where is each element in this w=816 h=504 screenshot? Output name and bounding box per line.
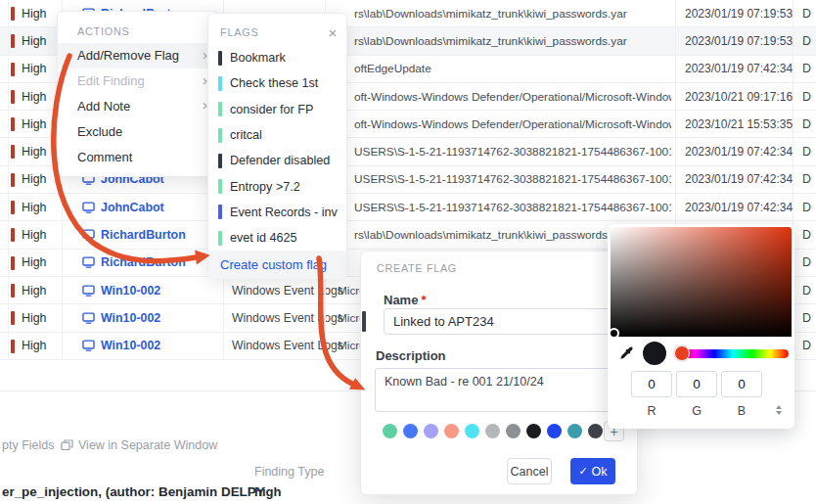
rule-detail-text: er_pe_injection, (author: Benjamin DELPY: [2, 484, 265, 499]
truncated-cell: D: [802, 166, 811, 193]
timestamp-cell: 2023/01/19 07:42:34: [685, 166, 791, 193]
description-label: Description: [376, 348, 446, 363]
actions-context-menu: ACTIONS Add/Remove Flag›Edit Finding›Add…: [57, 11, 220, 177]
flag-item-defender-disabled[interactable]: Defender disabled: [208, 148, 346, 173]
flag-color-bar: [218, 179, 222, 194]
flags-submenu: FLAGS × BookmarkCheck these 1stconsider …: [207, 13, 347, 277]
timestamp-cell: 2023/01/19 07:42:34: [685, 194, 791, 220]
severity-bar: [11, 34, 15, 48]
path-cell: USERS\S-1-5-21-1193714762-3038821821-175…: [354, 166, 671, 193]
color-swatch[interactable]: [465, 424, 479, 438]
column-divider: [8, 0, 9, 360]
truncated-cell: D: [802, 111, 811, 137]
current-color-preview: [643, 342, 666, 365]
blue-label: B: [721, 404, 762, 418]
host-link[interactable]: JohnCabot: [82, 194, 164, 220]
hue-slider[interactable]: [677, 349, 789, 358]
app-canvas: HighRichardBurtonrs\lab\Downloads\mimika…: [0, 0, 816, 504]
flag-name-input[interactable]: [384, 308, 626, 335]
flag-color-bar: [218, 51, 222, 66]
path-cell: USERS\S-1-5-21-1193714762-3038821821-175…: [354, 138, 671, 164]
severity-label: High: [22, 304, 46, 331]
saturation-cursor[interactable]: [609, 328, 619, 339]
view-in-separate-window-button[interactable]: View in Separate Window: [61, 438, 217, 452]
severity-label: High: [22, 56, 46, 82]
saturation-gradient-area[interactable]: [611, 227, 792, 337]
severity-bar: [11, 90, 15, 104]
color-swatch[interactable]: [403, 424, 418, 438]
red-label: R: [631, 404, 672, 418]
truncated-cell: D: [802, 83, 811, 110]
close-icon[interactable]: ×: [328, 25, 338, 40]
menu-item-comment[interactable]: Comment: [58, 144, 219, 169]
flag-item-consider-for-fp[interactable]: consider for FP: [208, 97, 346, 122]
truncated-cell: D: [802, 250, 811, 276]
severity-bar: [11, 63, 15, 76]
green-value-input[interactable]: [676, 371, 717, 397]
host-link[interactable]: RichardBurton: [82, 250, 186, 276]
green-label: G: [676, 404, 717, 418]
timestamp-cell: 2023/01/19 07:19:53: [685, 0, 791, 26]
severity-bar: [11, 228, 15, 242]
color-swatch[interactable]: [485, 424, 500, 438]
eyedropper-icon[interactable]: [619, 346, 634, 361]
truncated-cell: D: [802, 221, 811, 248]
path-cell: oft-Windows-Windows Defender/Operational…: [354, 83, 671, 110]
red-value-input[interactable]: [631, 371, 672, 397]
truncated-cell: D: [802, 194, 811, 220]
table-row[interactable]: HighJohnCabotUSERS\S-1-5-21-1193714762-3…: [0, 194, 816, 221]
flag-item-evet-id-4625[interactable]: evet id 4625: [208, 225, 346, 251]
severity-bar: [11, 7, 15, 21]
host-link[interactable]: Win10-002: [82, 277, 160, 303]
color-picker-popover: R G B: [608, 224, 794, 429]
view-separate-label: View in Separate Window: [78, 438, 217, 452]
severity-bar: [11, 201, 15, 214]
color-swatch[interactable]: [567, 424, 582, 438]
menu-item-add-remove-flag[interactable]: Add/Remove Flag›: [58, 43, 219, 69]
truncated-cell: D: [802, 56, 811, 82]
flag-color-bar: [218, 231, 222, 246]
severity-label: High: [22, 27, 46, 54]
menu-item-add-note[interactable]: Add Note›: [58, 94, 219, 119]
color-swatch[interactable]: [424, 424, 438, 438]
color-swatch[interactable]: [588, 424, 603, 438]
flag-description-input[interactable]: [375, 368, 625, 412]
flag-item-check-these-1st[interactable]: Check these 1st: [208, 70, 346, 96]
color-swatch[interactable]: [444, 424, 459, 438]
blue-value-input[interactable]: [721, 371, 762, 397]
ok-button[interactable]: ✓ Ok: [570, 458, 615, 484]
flag-color-bar: [362, 311, 366, 332]
host-link[interactable]: RichardBurton: [82, 221, 186, 248]
flag-item-critcal[interactable]: critcal: [208, 122, 346, 148]
color-swatch[interactable]: [526, 424, 541, 438]
computer-icon: [82, 256, 95, 268]
empty-fields-toggle[interactable]: pty Fields: [2, 438, 55, 452]
color-swatch[interactable]: [383, 424, 397, 438]
path-cell: oft-Windows-Windows Defender/Operational…: [354, 111, 671, 137]
truncated-cell: D: [802, 138, 811, 164]
color-swatch[interactable]: [547, 424, 562, 438]
flag-item-entropy-7-2[interactable]: Entropy >7.2: [208, 173, 346, 199]
flag-item-bookmark[interactable]: Bookmark: [208, 45, 346, 70]
computer-icon: [82, 202, 95, 213]
cancel-button[interactable]: Cancel: [507, 458, 552, 484]
actions-menu-header: ACTIONS: [58, 19, 219, 43]
truncated-cell: D: [802, 277, 811, 303]
host-link[interactable]: Win10-002: [82, 333, 160, 359]
color-swatch[interactable]: [506, 424, 521, 438]
host-link[interactable]: Win10-002: [82, 304, 160, 331]
finding-type-label: Finding Type: [254, 465, 324, 479]
severity-bar: [11, 256, 15, 270]
computer-icon: [82, 229, 95, 241]
timestamp-cell: 2023/10/21 15:53:35: [685, 111, 791, 137]
color-mode-toggle-icon[interactable]: [776, 405, 782, 415]
computer-icon: [82, 285, 95, 297]
flag-color-bar: [218, 154, 222, 168]
menu-item-exclude[interactable]: Exclude: [58, 118, 219, 144]
flag-item-event-records-inv[interactable]: Event Records - inv: [208, 200, 346, 225]
create-custom-flag-item[interactable]: Create custom flag: [208, 251, 346, 279]
severity-label: High: [22, 111, 46, 137]
severity-label: High: [22, 138, 46, 164]
hue-slider-knob[interactable]: [674, 345, 690, 361]
menu-item-edit-finding[interactable]: Edit Finding›: [58, 69, 219, 94]
